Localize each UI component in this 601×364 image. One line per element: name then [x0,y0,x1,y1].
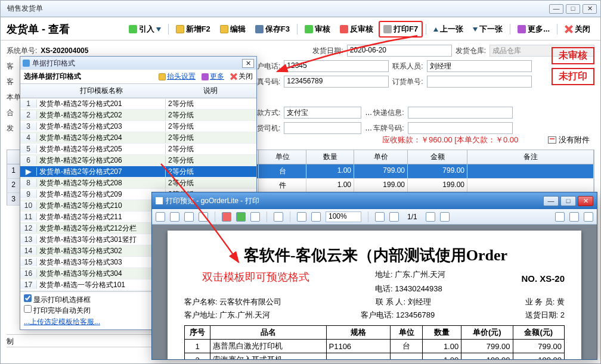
col-unit[interactable]: 单位 [259,150,306,164]
express-input[interactable] [408,107,513,119]
format-select-label: 选择单据打印格式 [24,71,81,82]
pv-export-xls-icon[interactable] [236,212,246,222]
format-row[interactable]: 8发货单-精选2等分格式2082等分纸 [20,178,256,189]
cust2-left: 客 [7,77,14,87]
plate-input[interactable] [408,122,513,134]
driver-label: 货司机: [257,123,280,133]
format-row[interactable]: 1发货单-精选2等分格式2012等分纸 [20,98,256,110]
more-button[interactable]: 更多... [513,21,554,37]
preview-close-button[interactable]: ✕ [578,196,593,206]
next-button[interactable]: 下一张 [469,21,507,37]
orderno-input[interactable] [427,76,532,88]
print-preview-window: 打印预览 - goOrderLite - 打印 — □ ✕ 100% 1/1 [151,192,597,360]
pv-hand-icon[interactable] [555,212,565,222]
col-qty[interactable]: 数量 [306,150,354,164]
template-hint: 双击模板即可预览格式 [202,270,309,284]
format-row[interactable]: ▶发货单-精选2等分格式2072等分纸 [20,166,256,178]
pv-print-icon[interactable] [170,212,179,222]
save-icon [255,25,264,33]
unapprove-icon [340,25,348,33]
next-icon [473,27,478,32]
shipdate-input[interactable]: 2020-06-20 [347,45,452,57]
pv-find-icon[interactable] [274,212,283,222]
pv-next-page-icon[interactable] [426,212,435,222]
format-row[interactable]: 5发货单-精选2等分格式2052等分纸 [20,144,256,155]
preview-table-row: 1惠普黑白激光打印机P1106台1.00799.00799.00 [185,340,565,353]
minimize-button[interactable]: — [549,4,563,14]
pv-fields-icon[interactable] [569,212,579,222]
format-dialog-titlebar[interactable]: 单据打印格式 ✕ [20,57,256,70]
pv-save-icon[interactable] [199,212,208,222]
col-remark[interactable]: 备注 [467,150,594,164]
pv-zoom-whole-icon[interactable] [297,212,306,222]
driver-select[interactable] [284,122,361,134]
doc-orderno: NO. XS-20 [521,273,565,284]
preview-toolbar: 100% 1/1 [152,209,597,225]
print-button[interactable]: 打印F7 [379,21,423,38]
warehouse-label: 发货仓库: [456,46,486,56]
pay-select[interactable]: 支付宝 [284,107,361,119]
pv-export-pdf-icon[interactable] [222,212,231,222]
fmt-col-desc[interactable]: 说明 [166,84,255,98]
format-row[interactable]: 3发货单-精选2等分格式2032等分纸 [20,121,256,132]
edit-button[interactable]: 编辑 [216,21,250,37]
chk-close-after[interactable]: 打印完毕自动关闭 [24,306,91,315]
more-icon [518,25,526,33]
approve-button[interactable]: 审核 [300,21,334,37]
phone-input[interactable]: 12345 [284,60,389,72]
format-row[interactable]: 4发货单-精选2等分格式2042等分纸 [20,132,256,144]
format-row[interactable]: 6发货单-精选2等分格式2062等分纸 [20,155,256,166]
pv-doc-icon[interactable] [156,212,165,222]
attachment-label[interactable]: 没有附件 [548,135,590,145]
maximize-button[interactable]: □ [566,4,580,14]
header-icon [159,73,166,80]
window-title: 销售发货单 [7,4,43,14]
prev-icon [433,27,438,32]
import-button[interactable]: 引入 [125,21,165,37]
pv-mail-icon[interactable] [250,212,260,222]
import-icon [129,25,137,33]
preview-minimize-button[interactable]: — [543,196,559,206]
preview-table-row: 2索海赛尔入耳式耳机1.00199.00199.00 [185,353,565,360]
remark-left: 发 [7,123,14,133]
pv-close-icon[interactable] [584,212,593,222]
fax-input[interactable]: 123456789 [284,76,389,88]
preview-canvas[interactable]: 双击模板即可预览格式 客软件-客似云来（内部测试使用Order 地址: 广东.广… [152,225,597,359]
pv-first-page-icon[interactable] [375,212,385,222]
preview-titlebar[interactable]: 打印预览 - goOrderLite - 打印 — □ ✕ [152,192,597,209]
col-price[interactable]: 单价 [354,150,408,164]
format-more-link[interactable]: 更多 [202,71,224,82]
chk-show-printer[interactable]: 显示打印机选择框 [24,295,91,304]
new-button[interactable]: 新增F2 [172,21,215,37]
col-amount[interactable]: 金额 [408,150,467,164]
prev-button[interactable]: 上一张 [429,21,467,37]
fmt-col-name[interactable]: 打印模板名称 [37,84,166,98]
pay-label: 款方式: [257,108,280,118]
save-button[interactable]: 保存F3 [251,21,294,37]
preview-maximize-button[interactable]: □ [560,196,576,206]
preview-app-icon [156,197,163,204]
header-settings-link[interactable]: 抬头设置 [159,71,196,82]
contact-label: 联系人员: [392,61,423,71]
upload-template-link[interactable]: ...上传选定模板给客服... [24,317,100,327]
close-window-button[interactable]: ✕ [583,4,597,14]
pv-last-page-icon[interactable] [440,212,450,222]
approve-icon [305,25,313,33]
format-row[interactable]: 2发货单-精选2等分格式2022等分纸 [20,110,256,121]
pv-zoom-select[interactable]: 100% [326,211,361,222]
format-close-link[interactable]: 关闭 [230,71,253,82]
col-idx [7,150,20,164]
receivable-text: 应收账款：￥960.00 [本单欠款：￥0.00 [382,135,518,145]
pv-prev-page-icon[interactable] [389,212,399,222]
local-left: 本单 [7,92,21,102]
orderno-label: 订货单号: [392,77,423,87]
pv-zoom-width-icon[interactable] [311,212,321,222]
contact-input[interactable]: 刘经理 [427,60,532,72]
pv-open-icon[interactable] [184,212,194,222]
format-dialog-close-button[interactable]: ✕ [242,59,254,68]
unapprove-button[interactable]: 反审核 [336,21,377,37]
new-icon [176,25,184,33]
close-icon [565,25,573,33]
sysno-value: XS-202004005 [41,46,88,55]
close-panel-button[interactable]: 关闭 [560,21,594,37]
